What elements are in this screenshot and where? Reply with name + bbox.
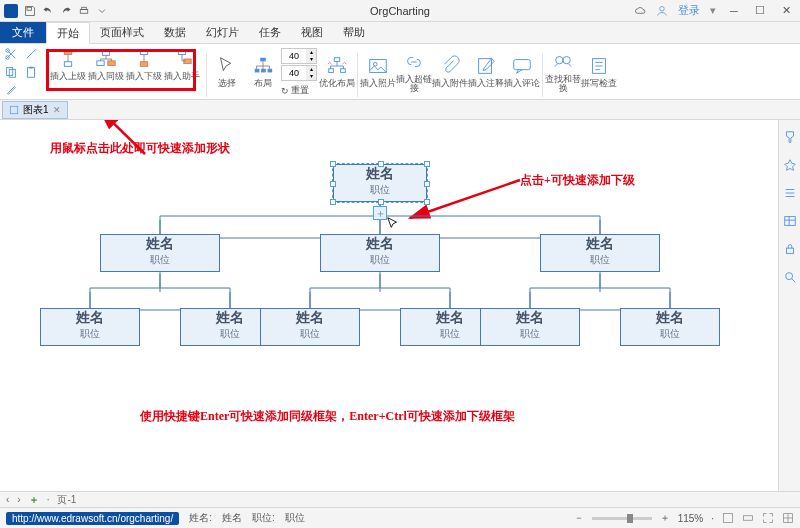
svg-rect-20 [255, 69, 260, 73]
layout-button[interactable]: 布局 [245, 55, 281, 88]
insert-assistant-button[interactable]: 插入助手 [164, 48, 200, 81]
tab-close-icon[interactable]: ✕ [53, 105, 61, 115]
menu-view[interactable]: 视图 [291, 22, 333, 43]
copy-icon[interactable] [4, 65, 18, 79]
insert-subordinate-button[interactable]: 插入下级 [126, 48, 162, 81]
page-tab[interactable]: 页-1 [57, 493, 76, 507]
list-icon[interactable] [783, 186, 797, 200]
print-icon[interactable] [78, 5, 90, 17]
svg-rect-22 [268, 69, 273, 73]
page-prev-button[interactable]: ‹ [6, 494, 9, 505]
svg-rect-33 [10, 106, 18, 114]
menu-help[interactable]: 帮助 [333, 22, 375, 43]
svg-rect-12 [97, 61, 104, 66]
optimize-layout-button[interactable]: 优化布局 [319, 55, 355, 88]
qat-dropdown-icon[interactable] [96, 5, 108, 17]
login-link[interactable]: 登录 [678, 3, 700, 18]
insert-note-button[interactable]: 插入注释 [468, 55, 504, 88]
insert-superior-button[interactable]: 插入上级 [50, 48, 86, 81]
org-node[interactable]: 姓名职位 [620, 308, 720, 346]
svg-rect-21 [261, 69, 266, 73]
user-icon [656, 5, 668, 17]
org-node[interactable]: 姓名职位 [480, 308, 580, 346]
insert-attachment-button[interactable]: 插入附件 [432, 55, 468, 88]
cloud-icon[interactable] [634, 5, 646, 17]
left-toolbox [0, 44, 46, 100]
page-next-button[interactable]: › [17, 494, 20, 505]
status-url: http://www.edrawsoft.cn/orgcharting/ [6, 512, 179, 525]
paste-icon[interactable] [24, 65, 38, 79]
zoom-level: 115% [678, 513, 704, 524]
resize-handle[interactable] [330, 199, 336, 205]
statusbar: http://www.edrawsoft.cn/orgcharting/ 姓名:… [0, 508, 800, 528]
data-icon[interactable] [783, 214, 797, 228]
undo-icon[interactable] [42, 5, 54, 17]
document-tab[interactable]: 图表1 ✕ [2, 101, 68, 119]
menu-slides[interactable]: 幻灯片 [196, 22, 249, 43]
resize-handle[interactable] [330, 181, 336, 187]
resize-handle[interactable] [378, 161, 384, 167]
fit-width-icon[interactable] [742, 512, 754, 524]
svg-point-30 [556, 56, 563, 63]
org-node[interactable]: 姓名职位 [540, 234, 660, 272]
org-node[interactable]: 姓名职位 [100, 234, 220, 272]
insert-hyperlink-button[interactable]: 插入超链接 [396, 51, 432, 93]
reset-spacing-button[interactable]: ↻重置 [281, 84, 317, 97]
svg-rect-39 [724, 514, 733, 523]
redo-icon[interactable] [60, 5, 72, 17]
menu-data[interactable]: 数据 [154, 22, 196, 43]
fullscreen-icon[interactable] [762, 512, 774, 524]
svg-rect-14 [102, 51, 109, 56]
resize-handle[interactable] [424, 199, 430, 205]
resize-handle[interactable] [330, 161, 336, 167]
quick-access-toolbar [0, 4, 108, 18]
zoom-slider[interactable] [592, 517, 652, 520]
find-replace-button[interactable]: 查找和替换 [545, 51, 581, 93]
svg-rect-24 [329, 69, 334, 73]
menu-start[interactable]: 开始 [46, 22, 90, 44]
spellcheck-button[interactable]: 拼写检查 [581, 55, 617, 88]
add-page-button[interactable]: ＋ [29, 493, 39, 507]
minimize-button[interactable]: ─ [726, 3, 742, 19]
svg-rect-23 [334, 58, 340, 62]
resize-handle[interactable] [424, 181, 430, 187]
org-node[interactable]: 姓名职位 [260, 308, 360, 346]
lock-icon[interactable] [783, 242, 797, 256]
v-spacing-spinner[interactable]: 40▴▾ [281, 65, 317, 81]
save-icon[interactable] [24, 5, 36, 17]
canvas[interactable]: 用鼠标点击此处即可快速添加形状 点击+可快速添加下级 使用快捷键Enter可快速… [0, 120, 800, 492]
menu-pagestyle[interactable]: 页面样式 [90, 22, 154, 43]
fit-page-icon[interactable] [722, 512, 734, 524]
zoom-in-button[interactable]: ＋ [660, 511, 670, 525]
zoom-out-button[interactable]: － [574, 511, 584, 525]
resize-handle[interactable] [378, 199, 384, 205]
org-node-root[interactable]: 姓名 职位 [333, 164, 427, 202]
spacing-controls: 40▴▾ 40▴▾ ↻重置 [281, 46, 317, 97]
right-sidebar [778, 120, 800, 491]
org-node[interactable]: 姓名职位 [320, 234, 440, 272]
select-button[interactable]: 选择 [209, 55, 245, 88]
insert-comment-button[interactable]: 插入评论 [504, 55, 540, 88]
menu-file[interactable]: 文件 [0, 22, 46, 43]
wand-icon[interactable] [24, 47, 38, 61]
add-child-button[interactable]: ＋ [373, 206, 387, 220]
resize-handle[interactable] [424, 161, 430, 167]
brush-icon[interactable] [4, 83, 18, 97]
app-logo-icon [4, 4, 18, 18]
status-name-value: 姓名 [222, 511, 242, 525]
format-painter-icon[interactable] [783, 130, 797, 144]
maximize-button[interactable]: ☐ [752, 3, 768, 19]
svg-rect-37 [786, 248, 793, 253]
org-node[interactable]: 姓名职位 [40, 308, 140, 346]
h-spacing-spinner[interactable]: 40▴▾ [281, 48, 317, 64]
grid-icon[interactable] [782, 512, 794, 524]
scissors-icon[interactable] [4, 47, 18, 61]
insert-peer-button[interactable]: 插入同级 [88, 48, 124, 81]
insert-photo-button[interactable]: 插入照片 [360, 55, 396, 88]
status-name-label: 姓名: [189, 511, 212, 525]
search-icon[interactable] [783, 270, 797, 284]
close-button[interactable]: ✕ [778, 3, 794, 19]
menu-tasks[interactable]: 任务 [249, 22, 291, 43]
app-title: OrgCharting [370, 5, 430, 17]
theme-icon[interactable] [783, 158, 797, 172]
